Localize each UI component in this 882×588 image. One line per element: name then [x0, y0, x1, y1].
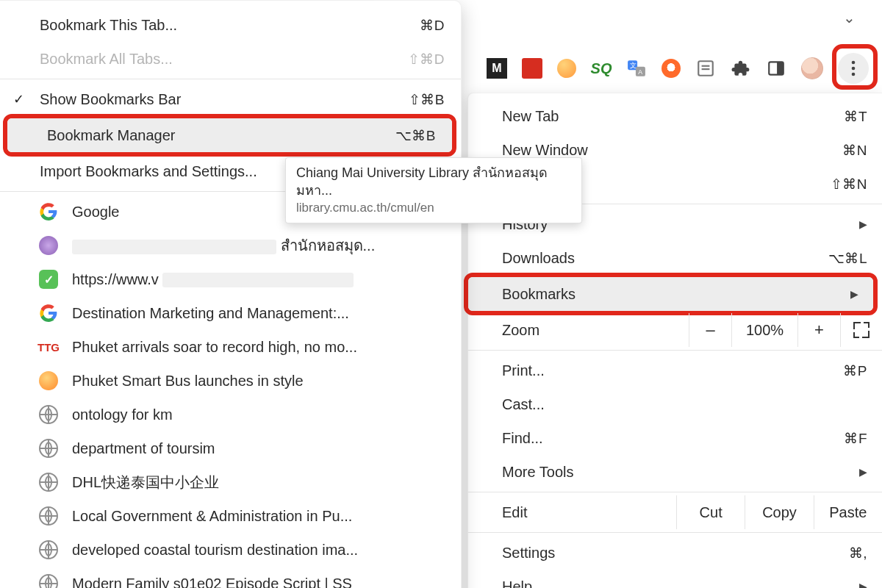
- edit-cut-button[interactable]: Cut: [676, 495, 745, 529]
- bookmark-favicon: [38, 539, 59, 560]
- profile-avatar[interactable]: [801, 57, 823, 79]
- highlight-bookmark-manager: Bookmark Manager ⌥⌘B: [3, 114, 456, 157]
- bookmark-item-label: DHL快递泰国中小企业: [72, 473, 219, 492]
- bookmark-manager[interactable]: Bookmark Manager ⌥⌘B: [7, 118, 452, 152]
- bookmark-all-tabs: Bookmark All Tabs... ⇧⌘D: [0, 42, 461, 76]
- ext-sq-icon[interactable]: SQ: [591, 58, 612, 79]
- bookmark-favicon: [38, 573, 59, 588]
- bookmark-item[interactable]: Phuket Smart Bus launches in style: [0, 364, 461, 398]
- bookmark-item[interactable]: Destination Marketing and Management:...: [0, 296, 461, 330]
- bookmark-item[interactable]: ✓https://www.v: [0, 262, 461, 296]
- ext-reader-icon[interactable]: [695, 58, 716, 79]
- bookmark-favicon: [38, 235, 59, 256]
- menu-help[interactable]: Help ▶: [468, 570, 882, 588]
- submenu-arrow-icon: ▶: [859, 218, 867, 230]
- bookmark-favicon: [38, 404, 59, 425]
- tooltip-title: Chiang Mai University Library สำนักหอสมุ…: [296, 164, 571, 200]
- edit-paste-button[interactable]: Paste: [814, 495, 882, 529]
- bookmark-item-label: department of toursim: [72, 440, 215, 457]
- bookmark-item-label: Modern Family s01e02 Episode Script | SS: [72, 576, 352, 589]
- fullscreen-button[interactable]: [841, 322, 882, 338]
- bookmark-item-label: developed coastal tourism destination im…: [72, 542, 358, 559]
- bookmark-item-label: ontology for km: [72, 406, 173, 423]
- submenu-arrow-icon: ▶: [850, 288, 858, 300]
- bookmark-item[interactable]: developed coastal tourism destination im…: [0, 533, 461, 567]
- bookmark-item-label: Phuket arrivals soar to record high, no …: [72, 339, 357, 356]
- bookmark-item[interactable]: department of toursim: [0, 431, 461, 465]
- show-bookmarks-bar[interactable]: ✓ Show Bookmarks Bar ⇧⌘B: [0, 82, 461, 116]
- ext-translate-icon[interactable]: 文A: [626, 58, 647, 79]
- svg-rect-8: [777, 62, 784, 74]
- bookmark-favicon: [38, 201, 59, 222]
- submenu-arrow-icon: ▶: [859, 466, 867, 478]
- menu-find[interactable]: Find... ⌘F: [468, 421, 882, 455]
- bookmark-favicon: ✓: [38, 269, 59, 290]
- menu-zoom: Zoom – 100% +: [468, 313, 882, 347]
- bookmark-item-label: Phuket Smart Bus launches in style: [72, 373, 304, 390]
- bookmark-item[interactable]: TTGPhuket arrivals soar to record high, …: [0, 330, 461, 364]
- bookmark-item-label: Local Government & Administration in Pu.…: [72, 508, 352, 525]
- svg-text:A: A: [638, 68, 642, 76]
- menu-print[interactable]: Print... ⌘P: [468, 354, 882, 387]
- ext-orange-icon[interactable]: [662, 59, 681, 78]
- ext-circle-icon[interactable]: [557, 59, 576, 78]
- checkmark-icon: ✓: [13, 91, 24, 107]
- bookmarks-submenu: Bookmark This Tab... ⌘D Bookmark All Tab…: [0, 0, 462, 588]
- bookmark-favicon: [38, 303, 59, 323]
- menu-downloads[interactable]: Downloads ⌥⌘L: [468, 241, 882, 275]
- bookmark-favicon: [38, 438, 59, 459]
- bookmark-item[interactable]: Modern Family s01e02 Episode Script | SS: [0, 567, 461, 588]
- bookmark-item[interactable]: DHL快递泰国中小企业: [0, 465, 461, 499]
- tooltip-url: library.cmu.ac.th/cmul/en: [296, 200, 571, 217]
- submenu-arrow-icon: ▶: [859, 581, 867, 588]
- bookmark-favicon: [38, 370, 59, 391]
- menu-edit: Edit Cut Copy Paste: [468, 495, 882, 529]
- menu-new-tab[interactable]: New Tab ⌘T: [468, 99, 882, 133]
- bookmark-favicon: [38, 472, 59, 492]
- bookmark-item[interactable]: Local Government & Administration in Pu.…: [0, 499, 461, 533]
- menu-more-tools[interactable]: More Tools ▶: [468, 455, 882, 489]
- menu-bookmarks[interactable]: Bookmarks ▶: [468, 277, 873, 311]
- menu-new-tab-label: New Tab: [502, 108, 844, 125]
- bookmark-item-label: สำนักหอสมุด...: [72, 234, 375, 257]
- bookmark-item[interactable]: สำนักหอสมุด...: [0, 229, 461, 262]
- bookmark-item-label: https://www.v: [72, 271, 354, 288]
- menu-cast[interactable]: Cast...: [468, 387, 882, 421]
- highlight-kebab: [832, 44, 878, 90]
- ext-red-icon[interactable]: [522, 58, 542, 79]
- extensions-icon[interactable]: [731, 58, 751, 79]
- zoom-out-button[interactable]: –: [689, 313, 732, 347]
- bookmark-this-tab[interactable]: Bookmark This Tab... ⌘D: [0, 8, 461, 42]
- svg-text:文: 文: [630, 62, 637, 69]
- bookmark-item-label: Destination Marketing and Management:...: [72, 305, 349, 322]
- bookmark-item-label: Google: [72, 204, 120, 220]
- bookmark-favicon: TTG: [38, 337, 59, 357]
- collapse-chevron-icon[interactable]: ⌄: [843, 9, 856, 26]
- bookmark-hover-tooltip: Chiang Mai University Library สำนักหอสมุ…: [285, 157, 582, 223]
- bookmark-item[interactable]: ontology for km: [0, 398, 461, 431]
- highlight-bookmarks: Bookmarks ▶: [464, 273, 878, 315]
- menu-new-tab-shortcut: ⌘T: [844, 108, 867, 125]
- ext-mega-icon[interactable]: M: [487, 58, 507, 79]
- menu-settings[interactable]: Settings ⌘,: [468, 536, 882, 570]
- browser-toolbar: M SQ 文A: [487, 49, 882, 88]
- zoom-value: 100%: [732, 313, 798, 347]
- bookmark-favicon: [38, 506, 59, 526]
- edit-copy-button[interactable]: Copy: [745, 495, 813, 529]
- fullscreen-icon: [853, 322, 870, 338]
- zoom-in-button[interactable]: +: [798, 313, 841, 347]
- side-panel-icon[interactable]: [766, 58, 786, 79]
